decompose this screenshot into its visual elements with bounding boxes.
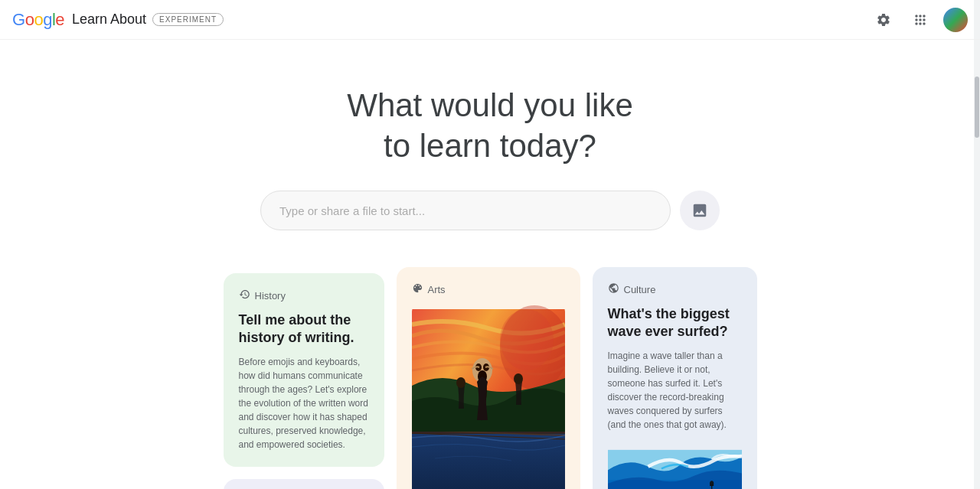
avatar[interactable] (943, 8, 968, 32)
arts-painting-image (412, 305, 565, 489)
header-right (870, 6, 968, 34)
culture-wave-image (608, 441, 742, 489)
svg-point-23 (456, 377, 466, 388)
scrollbar-thumb[interactable] (975, 77, 979, 138)
arts-icon (412, 282, 423, 296)
cards-container: History Tell me about the history of wri… (0, 267, 980, 489)
arts-card[interactable]: Arts (397, 267, 580, 489)
main-content: What would you like to learn today? Type… (0, 40, 980, 489)
main-headline: What would you like to learn today? (347, 86, 633, 166)
search-area: Type or share a file to start... (260, 191, 720, 230)
scrollbar[interactable] (974, 0, 980, 489)
history-card[interactable]: History Tell me about the history of wri… (224, 273, 384, 467)
settings-button[interactable] (870, 6, 897, 34)
google-logo: Google (12, 10, 64, 30)
history-icon (239, 289, 250, 302)
search-input[interactable]: Type or share a file to start... (260, 191, 671, 230)
header-title-text: Learn About (72, 11, 146, 28)
arts-category: Arts (412, 282, 565, 296)
experiment-badge: EXPERIMENT (152, 13, 224, 26)
svg-point-24 (514, 373, 523, 384)
culture-category: Culture (608, 282, 742, 296)
culture-card[interactable]: Culture What's the biggest wave ever sur… (593, 267, 757, 489)
header: Google Learn About EXPERIMENT (0, 0, 980, 40)
history-desc: Before emojis and keyboards, how did hum… (239, 355, 369, 452)
apps-button[interactable] (906, 6, 934, 34)
culture-desc: Imagine a wave taller than a building. B… (608, 349, 742, 432)
culture-icon (608, 282, 619, 296)
svg-point-14 (500, 309, 554, 370)
history-title: Tell me about the history of writing. (239, 311, 369, 347)
culture-title: What's the biggest wave ever surfed? (608, 305, 742, 341)
image-upload-button[interactable] (680, 191, 720, 230)
left-column: History Tell me about the history of wri… (224, 273, 384, 489)
history-category: History (239, 289, 369, 302)
header-title-area: Learn About EXPERIMENT (72, 11, 224, 28)
biology-card[interactable]: Biology (224, 479, 384, 489)
